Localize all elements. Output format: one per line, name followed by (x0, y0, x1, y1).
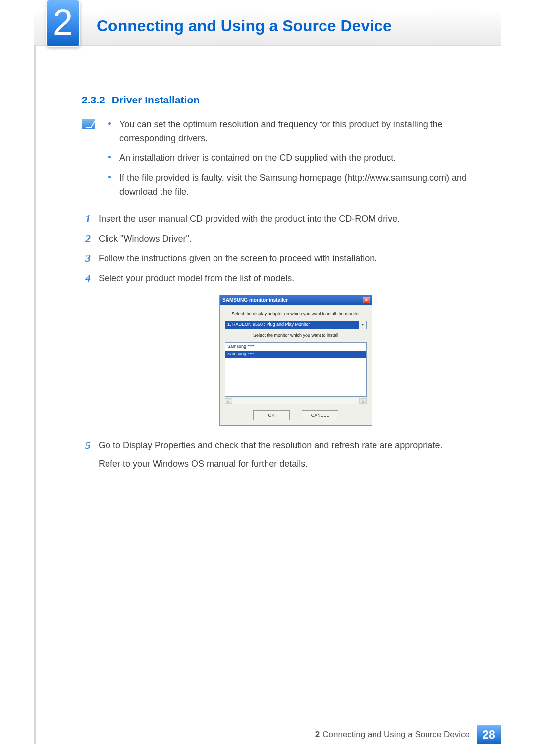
scroll-left-icon: < (227, 399, 229, 405)
step-item: 1 Insert the user manual CD provided wit… (82, 212, 493, 226)
note-list: You can set the optimum resolution and f… (106, 118, 493, 204)
step-body: Select your product model from the list … (99, 272, 493, 433)
ok-button[interactable]: OK (253, 410, 290, 420)
step-text: Select your product model from the list … (99, 272, 493, 286)
close-icon[interactable]: × (363, 297, 370, 303)
chapter-title: Connecting and Using a Source Device (97, 17, 392, 35)
step-item: 4 Select your product model from the lis… (82, 272, 493, 433)
installer-dialog: SAMSUNG monitor installer × Select the d… (219, 295, 372, 426)
adapter-dropdown[interactable]: 1. RADEON 9550 : Plug and Play Monitor ▾ (225, 321, 367, 329)
step-item: 3 Follow the instructions given on the s… (82, 252, 493, 266)
step-text: Go to Display Properties and check that … (99, 439, 493, 453)
step-number: 2 (82, 232, 91, 246)
section-title: Driver Installation (112, 94, 200, 105)
note-block: You can set the optimum resolution and f… (82, 118, 493, 204)
installer-body: Select the display adapter on which you … (220, 305, 372, 425)
page-number: 28 (477, 725, 501, 744)
page-footer: 2 Connecting and Using a Source Device 2… (34, 725, 501, 744)
note-item: If the file provided is faulty, visit th… (106, 171, 493, 199)
step-number: 4 (82, 272, 91, 433)
step-number: 3 (82, 252, 91, 266)
installer-screenshot: SAMSUNG monitor installer × Select the d… (99, 295, 493, 426)
section-heading: 2.3.2Driver Installation (82, 94, 493, 106)
horizontal-scrollbar[interactable]: < > (225, 398, 367, 404)
installer-adapter-label: Select the display adapter on which you … (225, 311, 367, 318)
step-body: Go to Display Properties and check that … (99, 439, 493, 476)
page-content: 2.3.2Driver Installation You can set the… (82, 94, 493, 482)
step-list: 1 Insert the user manual CD provided wit… (82, 212, 493, 476)
note-item: An installation driver is contained on t… (106, 151, 493, 165)
installer-buttons: OK CANCEL (225, 410, 367, 420)
step-text: Insert the user manual CD provided with … (99, 212, 493, 226)
cancel-button[interactable]: CANCEL (302, 410, 338, 420)
installer-title: SAMSUNG monitor installer (222, 296, 288, 304)
step-item: 2 Click "Windows Driver". (82, 232, 493, 246)
section-number: 2.3.2 (82, 94, 105, 105)
monitor-listbox[interactable]: Samsung **** Samsung **** (225, 342, 367, 397)
note-icon (82, 119, 95, 129)
step-number: 5 (82, 439, 91, 476)
footer-chapter-number: 2 (315, 730, 320, 740)
side-margin-stripe (34, 12, 36, 744)
step-text: Follow the instructions given on the scr… (99, 252, 493, 266)
scroll-right-icon: > (362, 399, 365, 405)
installer-monitor-label: Select the monitor which you want to ins… (225, 332, 367, 339)
list-item[interactable]: Samsung **** (225, 351, 366, 358)
footer-chapter-label: 2 Connecting and Using a Source Device (308, 725, 477, 744)
note-item: You can set the optimum resolution and f… (106, 118, 493, 146)
footer-chapter-title: Connecting and Using a Source Device (322, 730, 470, 740)
chapter-number: 2 (53, 4, 73, 40)
chevron-down-icon: ▾ (359, 321, 366, 329)
list-item[interactable]: Samsung **** (225, 343, 366, 351)
chapter-number-badge: 2 (46, 0, 80, 47)
step-text: Refer to your Windows OS manual for furt… (99, 457, 493, 471)
step-text: Click "Windows Driver". (99, 232, 493, 246)
step-item: 5 Go to Display Properties and check tha… (82, 439, 493, 476)
adapter-selected: 1. RADEON 9550 : Plug and Play Monitor (227, 321, 310, 328)
installer-titlebar: SAMSUNG monitor installer × (220, 295, 372, 305)
step-number: 1 (82, 212, 91, 226)
